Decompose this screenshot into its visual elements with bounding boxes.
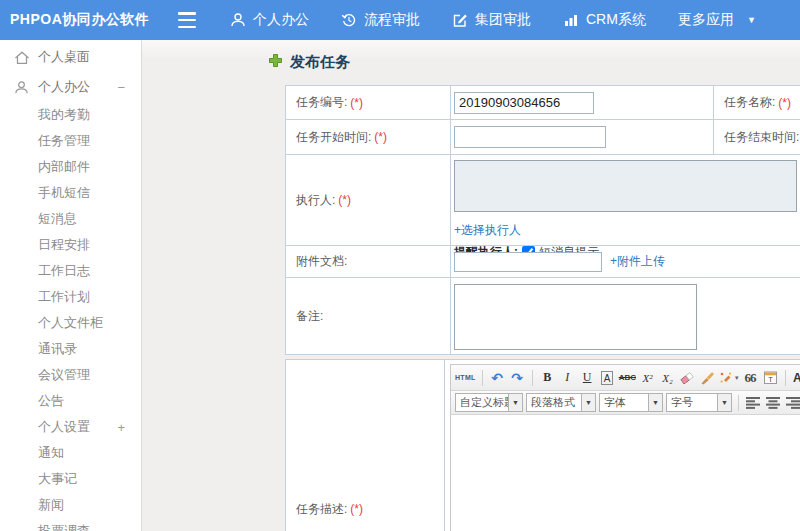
top-header: PHPOA协同办公软件 个人办公 流程审批 集团审批 CRM系统: [0, 0, 800, 40]
align-right-button[interactable]: [785, 393, 800, 412]
page-title: 发布任务: [290, 53, 350, 72]
hamburger-menu-icon[interactable]: [178, 12, 200, 28]
editor-toolbar-row1: HTML ↶ ↷ B I U A ABC X² X₂: [451, 365, 800, 391]
eraser-button[interactable]: [679, 368, 696, 387]
sidebar-item-milestones[interactable]: 大事记: [0, 466, 141, 492]
sidebar-item-vote[interactable]: 投票调查: [0, 518, 141, 531]
custom-heading-select[interactable]: 自定义标题 ▼: [455, 393, 523, 412]
sidebar-item-short-message[interactable]: 短消息: [0, 206, 141, 232]
superscript-button[interactable]: X²: [639, 368, 656, 387]
sidebar-item-mobile-sms[interactable]: 手机短信: [0, 180, 141, 206]
caret-down-icon: ▼: [747, 15, 756, 25]
brush-icon: [700, 371, 715, 385]
align-left-icon: [746, 397, 761, 409]
caret-down-icon: ▼: [581, 394, 595, 411]
sidebar-item-attendance[interactable]: 我的考勤: [0, 102, 141, 128]
sidebar-item-label: 内部邮件: [38, 158, 90, 176]
sidebar-item-label: 通知: [38, 444, 64, 462]
sidebar-item-label: 工作日志: [38, 262, 90, 280]
sidebar-item-announcement[interactable]: 公告: [0, 388, 141, 414]
sidebar-item-personal-office[interactable]: 个人办公 −: [0, 72, 141, 102]
executor-textarea[interactable]: [454, 160, 797, 212]
sidebar-item-internal-mail[interactable]: 内部邮件: [0, 154, 141, 180]
sidebar: 个人桌面 个人办公 − 我的考勤 任务管理 内部邮件 手机短信 短消息 日程安排…: [0, 40, 142, 531]
align-left-button[interactable]: [745, 393, 762, 412]
app-logo: PHPOA协同办公软件: [0, 11, 178, 29]
sidebar-item-work-plan[interactable]: 工作计划: [0, 284, 141, 310]
required-mark: (*): [350, 96, 363, 110]
choose-executor-link[interactable]: +选择执行人: [454, 223, 521, 237]
required-mark: (*): [778, 96, 791, 110]
editor-toolbar-row2: 自定义标题 ▼ 段落格式 ▼ 字体 ▼: [451, 391, 800, 415]
sidebar-item-label: 新闻: [38, 496, 64, 514]
task-number-input[interactable]: [454, 92, 594, 114]
subscript-button[interactable]: X₂: [659, 368, 676, 387]
description-label: 任务描述:: [296, 501, 347, 518]
remark-label: 备注:: [296, 308, 323, 325]
sidebar-item-label: 大事记: [38, 470, 77, 488]
sidebar-item-file-cabinet[interactable]: 个人文件柜: [0, 310, 141, 336]
attachment-label: 附件文档:: [296, 253, 347, 270]
paragraph-format-select[interactable]: 段落格式 ▼: [526, 393, 596, 412]
bold-button[interactable]: B: [539, 368, 556, 387]
sidebar-item-label: 任务管理: [38, 132, 90, 150]
sidebar-item-label: 手机短信: [38, 184, 90, 202]
history-icon: [341, 12, 357, 28]
nav-personal-office[interactable]: 个人办公: [230, 11, 309, 29]
home-icon: [14, 50, 30, 65]
executor-label: 执行人:: [296, 192, 335, 209]
underline-button[interactable]: U: [579, 368, 596, 387]
undo-button[interactable]: ↶: [489, 368, 506, 387]
required-mark: (*): [374, 130, 387, 144]
expand-icon[interactable]: +: [117, 420, 125, 435]
collapse-icon[interactable]: −: [117, 80, 125, 95]
font-color-button[interactable]: A ▾: [792, 368, 800, 387]
edit-icon: [452, 12, 468, 28]
magic-wand-icon: [719, 371, 733, 385]
sidebar-item-label: 个人办公: [38, 78, 90, 96]
required-mark: (*): [338, 193, 351, 207]
description-form-table: 任务描述:(*) HTML ↶ ↷ B I U A: [285, 359, 800, 531]
main-content: 发布任务 任务编号:(*) 任务名称:(*) 任务开始时间:(*) 任务结束时间…: [142, 40, 800, 531]
sidebar-item-desktop[interactable]: 个人桌面: [0, 42, 141, 72]
format-painter-button[interactable]: ▾: [719, 368, 739, 387]
sidebar-item-contacts[interactable]: 通讯录: [0, 336, 141, 362]
sidebar-item-personal-settings[interactable]: 个人设置 +: [0, 414, 141, 440]
bar-chart-icon: [563, 12, 579, 28]
align-center-button[interactable]: [765, 393, 782, 412]
strikethrough-button[interactable]: ABC: [619, 368, 636, 387]
sidebar-item-work-log[interactable]: 工作日志: [0, 258, 141, 284]
font-border-button[interactable]: A: [601, 371, 614, 385]
nav-more-apps[interactable]: 更多应用 ▼: [678, 11, 756, 29]
nav-process-approval[interactable]: 流程审批: [341, 11, 420, 29]
editor-content[interactable]: [451, 415, 800, 531]
user-icon: [14, 80, 30, 95]
nav-group-approval[interactable]: 集团审批: [452, 11, 531, 29]
italic-button[interactable]: I: [559, 368, 576, 387]
sidebar-item-notice[interactable]: 通知: [0, 440, 141, 466]
brush-button[interactable]: [699, 368, 716, 387]
remark-textarea[interactable]: [454, 284, 697, 350]
align-right-icon: [786, 397, 800, 409]
attachment-upload-link[interactable]: +附件上传: [610, 253, 665, 270]
sidebar-item-label: 投票调查: [38, 522, 90, 531]
nav-crm-system[interactable]: CRM系统: [563, 11, 646, 29]
start-time-input[interactable]: [454, 126, 606, 148]
redo-button[interactable]: ↷: [509, 368, 526, 387]
paste-word-button[interactable]: T: [762, 368, 779, 387]
svg-text:T: T: [768, 375, 773, 384]
attachment-input[interactable]: [454, 252, 602, 272]
sidebar-item-schedule[interactable]: 日程安排: [0, 232, 141, 258]
blockquote-button[interactable]: 66: [742, 368, 759, 387]
font-size-select[interactable]: 字号 ▼: [666, 393, 732, 412]
sidebar-item-task-management[interactable]: 任务管理: [0, 128, 141, 154]
source-code-button[interactable]: HTML: [455, 368, 476, 387]
task-name-label: 任务名称:: [724, 94, 775, 111]
font-family-select[interactable]: 字体 ▼: [599, 393, 663, 412]
caret-down-icon: ▼: [508, 394, 522, 411]
sidebar-item-meeting-management[interactable]: 会议管理: [0, 362, 141, 388]
sidebar-item-label: 短消息: [38, 210, 77, 228]
sidebar-item-news[interactable]: 新闻: [0, 492, 141, 518]
end-time-label: 任务结束时间:: [724, 129, 799, 146]
required-mark: (*): [350, 502, 363, 516]
